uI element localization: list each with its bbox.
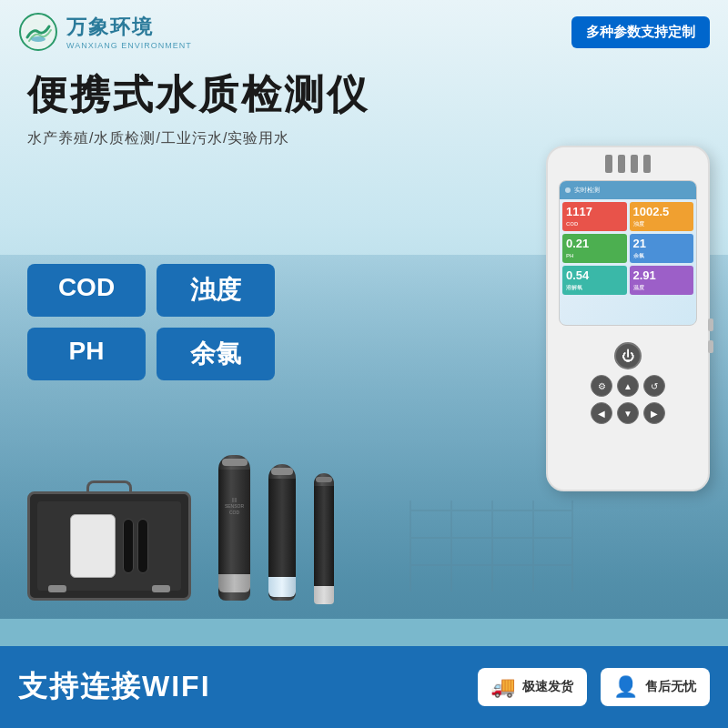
probe-1-body: ||||SENSORCOD	[218, 470, 250, 574]
probe-in-case-2	[137, 519, 148, 573]
right-button[interactable]: ▶	[643, 402, 665, 424]
screen-cell-3: 21 余氯	[630, 234, 694, 263]
screen-cell-2: 0.21 PH	[562, 234, 627, 263]
param-chlorine: 余氯	[157, 328, 275, 380]
cell-value-5: 2.91	[633, 268, 691, 282]
param-cod: COD	[27, 264, 146, 317]
probe-2-body	[268, 479, 296, 577]
nav-row-2: ◀ ▼ ▶	[591, 402, 665, 424]
probes-in-case	[123, 519, 148, 573]
probe-2-ring	[271, 468, 293, 475]
shipping-badge: 🚚 极速发货	[478, 668, 587, 706]
shipping-text: 极速发货	[522, 679, 573, 695]
briefcase-inner	[37, 501, 181, 591]
cell-label-1: 浊度	[633, 221, 644, 227]
port-2	[618, 155, 625, 173]
probe-1-ring	[222, 459, 248, 466]
service-text: 售后无忧	[645, 679, 696, 695]
header: 万象环境 WANXIANG ENVIRONMENT 多种参数支持定制	[0, 0, 728, 64]
service-icon: 👤	[613, 675, 638, 699]
bottom-bar: 支持连接WIFI 🚚 极速发货 👤 售后无忧	[0, 646, 728, 728]
refresh-button[interactable]: ↺	[643, 375, 665, 397]
product-subtitle: 水产养殖/水质检测/工业污水/实验用水	[27, 129, 369, 148]
latch-right	[152, 585, 170, 592]
power-button[interactable]: ⏻	[614, 342, 642, 369]
screen-header: 实时检测	[560, 181, 696, 199]
screen-cell-4: 0.54 溶解氧	[562, 266, 627, 295]
probe-1: ||||SENSORCOD	[218, 455, 250, 601]
down-button[interactable]: ▼	[617, 402, 639, 424]
customize-badge: 多种参数支持定制	[571, 16, 710, 48]
logo-area: 万象环境 WANXIANG ENVIRONMENT	[18, 12, 192, 53]
title-section: 便携式水质检测仪 水产养殖/水质检测/工业污水/实验用水	[27, 68, 369, 148]
svg-point-1	[31, 36, 46, 42]
cell-label-3: 余氯	[633, 253, 644, 258]
probe-1-label: ||||SENSORCOD	[223, 497, 246, 516]
bottom-badges: 🚚 极速发货 👤 售后无忧	[478, 668, 710, 706]
probe-2	[268, 464, 296, 601]
probe-2-glass	[268, 577, 296, 597]
probe-in-case-1	[123, 519, 134, 573]
latch-left	[48, 585, 66, 592]
left-button[interactable]: ◀	[591, 402, 612, 424]
param-ph: PH	[27, 328, 146, 380]
logo-icon	[18, 12, 59, 53]
product-title: 便携式水质检测仪	[27, 68, 369, 122]
settings-button[interactable]: ⚙	[591, 375, 612, 397]
param-turbidity: 浊度	[157, 264, 275, 317]
screen-grid: 1117 COD 1002.5 浊度 0.21 PH 21 余氯	[560, 199, 696, 298]
device-in-case	[70, 514, 116, 578]
screen-cell-5: 2.91 温度	[630, 266, 694, 295]
up-button[interactable]: ▲	[617, 375, 639, 397]
probes-area: ||||SENSORCOD	[27, 437, 701, 601]
port-3	[631, 155, 638, 173]
cell-value-3: 21	[633, 237, 691, 250]
cell-label-5: 温度	[633, 285, 644, 290]
cell-value-0: 1117	[566, 205, 623, 218]
side-buttons-right	[708, 318, 713, 353]
briefcase-container	[27, 491, 191, 601]
cell-label-2: PH	[566, 253, 573, 258]
probe-3-tip-metal	[314, 586, 334, 604]
port-1	[605, 155, 612, 173]
side-btn-1[interactable]	[708, 318, 713, 331]
cell-value-4: 0.54	[566, 268, 623, 282]
brand-sub: WANXIANG ENVIRONMENT	[66, 41, 192, 50]
device-ports	[548, 147, 708, 173]
service-badge: 👤 售后无忧	[601, 668, 710, 706]
cell-value-1: 1002.5	[633, 205, 691, 218]
device-screen: 实时检测 1117 COD 1002.5 浊度 0.21 PH	[559, 180, 697, 326]
device-buttons: ⏻ ⚙ ▲ ↺ ◀ ▼ ▶	[548, 333, 708, 433]
briefcase	[27, 491, 191, 601]
cell-value-2: 0.21	[566, 237, 623, 250]
wifi-text: 支持连接WIFI	[18, 667, 211, 707]
main-container: 万象环境 WANXIANG ENVIRONMENT 多种参数支持定制 便携式水质…	[0, 0, 728, 728]
side-btn-2[interactable]	[708, 340, 713, 353]
screen-cell-0: 1117 COD	[562, 202, 627, 231]
probe-1-tip	[218, 574, 250, 592]
screen-cell-1: 1002.5 浊度	[630, 202, 694, 231]
probe-3-body	[314, 486, 334, 586]
cell-label-0: COD	[566, 221, 578, 227]
cell-label-4: 溶解氧	[566, 285, 582, 290]
shipping-icon: 🚚	[490, 675, 515, 699]
probe-3	[314, 473, 334, 601]
logo-text-area: 万象环境 WANXIANG ENVIRONMENT	[66, 14, 192, 50]
brand-name: 万象环境	[66, 14, 192, 41]
port-4	[643, 155, 651, 173]
params-grid: COD 浊度 PH 余氯	[27, 264, 275, 380]
screen-title: 实时检测	[574, 186, 600, 195]
probe-3-ring	[316, 477, 332, 482]
nav-row-1: ⚙ ▲ ↺	[591, 375, 665, 397]
